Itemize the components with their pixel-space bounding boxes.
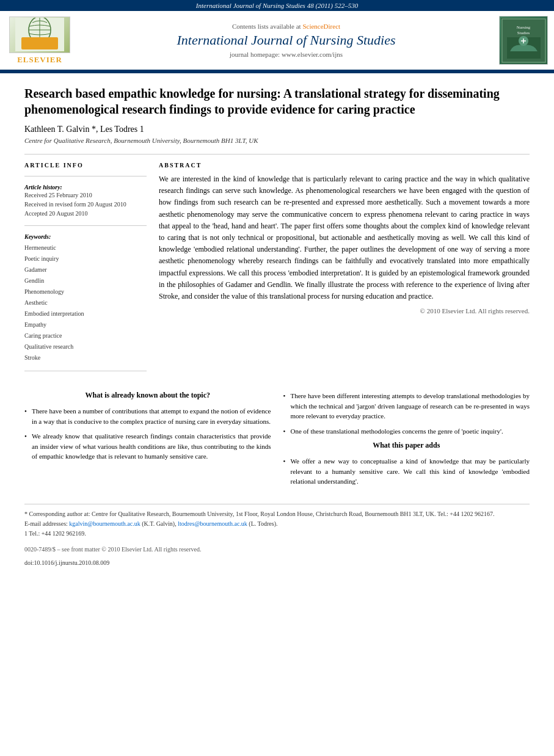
- box-left-title: What is already known about the topic?: [24, 391, 271, 400]
- corresponding-footnote: * Corresponding author at: Centre for Qu…: [24, 509, 530, 519]
- email2-name: (L. Todres).: [249, 520, 277, 527]
- accepted-date: Accepted 20 August 2010: [24, 209, 147, 218]
- keywords-section: Keywords: Hermeneutic Poetic inquiry Gad…: [24, 233, 147, 363]
- content-available-text: Contents lists available at: [232, 23, 301, 30]
- box-right-bullets-bottom: We offer a new way to conceptualise a ki…: [283, 456, 530, 487]
- separator-left-3: [24, 371, 147, 371]
- journal-homepage: journal homepage: www.elsevier.com/ijns: [79, 51, 493, 58]
- main-content: Research based empathic knowledge for nu…: [0, 73, 554, 580]
- authors: Kathleen T. Galvin *, Les Todres 1: [24, 125, 144, 134]
- bullet-left-2: We already know that qualitative researc…: [24, 431, 271, 462]
- bullet-left-1: There have been a number of contribution…: [24, 406, 271, 426]
- keyword-poetic: Poetic inquiry: [24, 253, 147, 264]
- abstract-label: ABSTRACT: [159, 162, 530, 169]
- keyword-caring-practice: Caring practice: [24, 330, 147, 341]
- article-title: Research based empathic knowledge for nu…: [24, 85, 530, 117]
- keyword-phenomenology: Phenomenology: [24, 286, 147, 297]
- keyword-gendlin: Gendlin: [24, 275, 147, 286]
- tel2-footnote: 1 Tel.: +44 1202 962169.: [24, 529, 530, 539]
- affiliation: Centre for Qualitative Research, Bournem…: [24, 137, 530, 144]
- copyright-line: © 2010 Elsevier Ltd. All rights reserved…: [159, 307, 530, 314]
- top-banner: International Journal of Nursing Studies…: [0, 0, 554, 11]
- article-history: Article history: Received 25 February 20…: [24, 184, 147, 218]
- elsevier-brand-text: ELSEVIER: [17, 55, 62, 65]
- bullet-right-3: We offer a new way to conceptualise a ki…: [283, 456, 530, 487]
- elsevier-logo-image: [9, 16, 70, 53]
- issn-line: 0020-7489/$ – see front matter © 2010 El…: [24, 545, 530, 554]
- bullet-right-2: One of these translational methodologies…: [283, 426, 530, 437]
- keyword-stroke: Stroke: [24, 352, 147, 363]
- box-already-known: What is already known about the topic? T…: [24, 391, 271, 492]
- svg-text:Studies: Studies: [517, 31, 530, 35]
- footnotes: * Corresponding author at: Centre for Qu…: [24, 504, 530, 568]
- journal-title: International Journal of Nursing Studies: [79, 32, 493, 48]
- sciencedirect-link[interactable]: ScienceDirect: [302, 23, 340, 30]
- keyword-hermeneutic: Hermeneutic: [24, 242, 147, 253]
- box-right-bullets-top: There have been different interesting at…: [283, 391, 530, 436]
- article-info-label: ARTICLE INFO: [24, 162, 147, 169]
- revised-date: Received in revised form 20 August 2010: [24, 200, 147, 209]
- journal-header: ELSEVIER Contents lists available at Sci…: [0, 11, 554, 71]
- box-paper-adds: There have been different interesting at…: [283, 391, 530, 492]
- keywords-list: Hermeneutic Poetic inquiry Gadamer Gendl…: [24, 242, 147, 363]
- banner-text: International Journal of Nursing Studies…: [196, 2, 358, 9]
- doi-line: doi:10.1016/j.ijnurstu.2010.08.009: [24, 558, 530, 568]
- elsevier-logo: ELSEVIER: [6, 16, 73, 65]
- homepage-url[interactable]: www.elsevier.com/ijns: [282, 51, 343, 58]
- separator-1: [24, 154, 530, 154]
- email1[interactable]: kgalvin@bournemouth.ac.uk: [69, 520, 140, 527]
- separator-left-2: [24, 225, 147, 226]
- nursing-studies-logo: Nursing Studies: [499, 16, 548, 65]
- article-info-column: ARTICLE INFO Article history: Received 2…: [24, 162, 147, 379]
- email-label: E-mail addresses:: [24, 520, 68, 527]
- keyword-aesthetic: Aesthetic: [24, 297, 147, 308]
- abstract-text: We are interested in the kind of knowled…: [159, 173, 530, 302]
- journal-center-info: Contents lists available at ScienceDirec…: [79, 23, 493, 58]
- email-footnote: E-mail addresses: kgalvin@bournemouth.ac…: [24, 519, 530, 529]
- corresponding-text: * Corresponding author at: Centre for Qu…: [24, 511, 494, 517]
- keyword-qualitative-research: Qualitative research: [24, 341, 147, 352]
- email1-name: (K.T. Galvin),: [142, 520, 176, 527]
- keyword-embodied-interpretation: Embodied interpretation: [24, 308, 147, 319]
- author-line: Kathleen T. Galvin *, Les Todres 1: [24, 125, 530, 134]
- box-left-bullets: There have been a number of contribution…: [24, 406, 271, 462]
- content-available-line: Contents lists available at ScienceDirec…: [79, 23, 493, 30]
- bullet-right-1: There have been different interesting at…: [283, 391, 530, 421]
- history-label: Article history:: [24, 184, 147, 191]
- homepage-label: journal homepage:: [230, 51, 280, 58]
- abstract-column: ABSTRACT We are interested in the kind o…: [159, 162, 530, 379]
- svg-text:Nursing: Nursing: [516, 25, 530, 30]
- keyword-gadamer: Gadamer: [24, 264, 147, 275]
- separator-left-1: [24, 176, 147, 176]
- keyword-empathy: Empathy: [24, 319, 147, 330]
- received-date: Received 25 February 2010: [24, 191, 147, 200]
- bottom-boxes: What is already known about the topic? T…: [24, 391, 530, 492]
- box-right-section2-title: What this paper adds: [283, 441, 530, 450]
- article-info-abstract: ARTICLE INFO Article history: Received 2…: [24, 162, 530, 379]
- email2[interactable]: ltodres@bournemouth.ac.uk: [178, 520, 247, 527]
- keywords-label: Keywords:: [24, 233, 147, 240]
